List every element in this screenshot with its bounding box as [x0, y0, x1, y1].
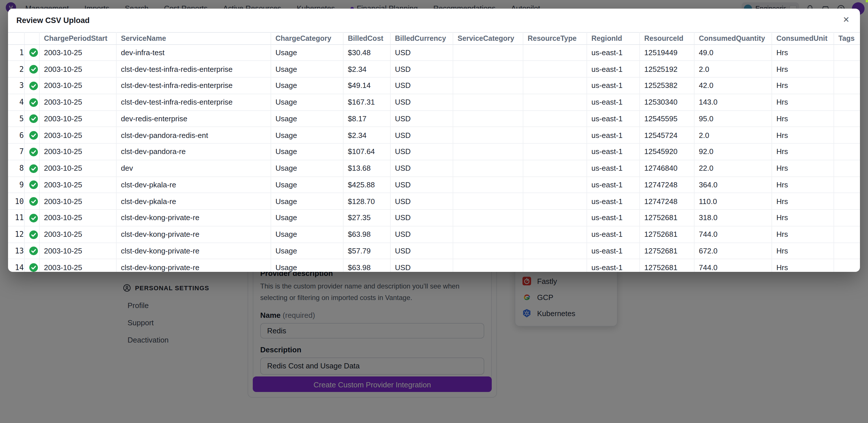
cell-service_category — [453, 127, 523, 144]
cell-date: 2003-10-25 — [39, 77, 116, 94]
cell-service: clst-dev-kong-private-re — [116, 243, 271, 259]
cell-region: us-east-1 — [587, 210, 639, 226]
cell-service_category — [453, 160, 523, 177]
cell-currency: USD — [390, 160, 453, 177]
cell-service: clst-dev-kong-private-re — [116, 259, 271, 272]
cell-quantity: 22.0 — [694, 160, 772, 177]
cell-resource_id: 12746840 — [639, 160, 694, 177]
cell-quantity: 110.0 — [694, 193, 772, 210]
cell-service_category — [453, 61, 523, 78]
row-status-cell — [24, 176, 39, 193]
cell-service_category — [453, 143, 523, 160]
cell-category: Usage — [271, 176, 343, 193]
cell-currency: USD — [390, 210, 453, 226]
valid-check-icon — [29, 65, 38, 73]
column-header — [8, 32, 24, 44]
cell-unit: Hrs — [772, 143, 834, 160]
cell-resource_type — [523, 44, 587, 61]
cell-currency: USD — [390, 94, 453, 111]
cell-category: Usage — [271, 77, 343, 94]
cell-date: 2003-10-25 — [39, 44, 116, 61]
cell-date: 2003-10-25 — [39, 61, 116, 78]
row-status-cell — [24, 94, 39, 111]
cell-resource_id: 12525192 — [639, 61, 694, 78]
cell-currency: USD — [390, 44, 453, 61]
row-number: 9 — [8, 176, 24, 193]
cell-category: Usage — [271, 110, 343, 127]
cell-service: clst-dev-pandora-redis-ent — [116, 127, 271, 144]
modal-header: Review CSV Upload ✕ — [8, 9, 860, 32]
cell-quantity: 318.0 — [694, 210, 772, 226]
cell-unit: Hrs — [772, 259, 834, 272]
column-header-chargecategory: ChargeCategory — [271, 32, 343, 44]
cell-cost: $2.34 — [343, 127, 390, 144]
valid-check-icon — [29, 98, 38, 107]
cell-resource_type — [523, 143, 587, 160]
table-row: 132003-10-25clst-dev-kong-private-reUsag… — [8, 243, 860, 259]
cell-service: clst-dev-pkala-re — [116, 193, 271, 210]
row-number: 8 — [8, 160, 24, 177]
cell-service: clst-dev-test-infra-redis-enterprise — [116, 94, 271, 111]
cell-quantity: 744.0 — [694, 259, 772, 272]
cell-currency: USD — [390, 77, 453, 94]
cell-region: us-east-1 — [587, 94, 639, 111]
cell-date: 2003-10-25 — [39, 243, 116, 259]
column-header-chargeperiodstart: ChargePeriodStart — [39, 32, 116, 44]
cell-cost: $2.34 — [343, 61, 390, 78]
cell-date: 2003-10-25 — [39, 226, 116, 243]
cell-resource_type — [523, 176, 587, 193]
valid-check-icon — [29, 230, 38, 239]
table-row: 142003-10-25clst-dev-kong-private-reUsag… — [8, 259, 860, 272]
cell-cost: $107.64 — [343, 143, 390, 160]
column-header-resourceid: ResourceId — [639, 32, 694, 44]
cell-category: Usage — [271, 94, 343, 111]
cell-tags — [834, 176, 860, 193]
cell-unit: Hrs — [772, 160, 834, 177]
cell-quantity: 49.0 — [694, 44, 772, 61]
cell-quantity: 672.0 — [694, 243, 772, 259]
cell-cost: $49.14 — [343, 77, 390, 94]
row-number: 3 — [8, 77, 24, 94]
cell-unit: Hrs — [772, 127, 834, 144]
cell-region: us-east-1 — [587, 77, 639, 94]
column-header-consumedunit: ConsumedUnit — [772, 32, 834, 44]
cell-unit: Hrs — [772, 176, 834, 193]
cell-currency: USD — [390, 110, 453, 127]
cell-tags — [834, 77, 860, 94]
cell-resource_type — [523, 210, 587, 226]
cell-resource_type — [523, 259, 587, 272]
csv-preview-table: ChargePeriodStartServiceNameChargeCatego… — [8, 32, 860, 272]
cell-cost: $128.70 — [343, 193, 390, 210]
cell-currency: USD — [390, 226, 453, 243]
cell-tags — [834, 110, 860, 127]
column-header-servicecategory: ServiceCategory — [453, 32, 523, 44]
table-row: 122003-10-25clst-dev-kong-private-reUsag… — [8, 226, 860, 243]
cell-tags — [834, 61, 860, 78]
cell-resource_type — [523, 243, 587, 259]
cell-unit: Hrs — [772, 94, 834, 111]
table-row: 32003-10-25clst-dev-test-infra-redis-ent… — [8, 77, 860, 94]
cell-service_category — [453, 110, 523, 127]
cell-tags — [834, 226, 860, 243]
row-number: 4 — [8, 94, 24, 111]
cell-service_category — [453, 44, 523, 61]
close-icon[interactable]: ✕ — [840, 14, 852, 25]
cell-tags — [834, 44, 860, 61]
table-row: 42003-10-25clst-dev-test-infra-redis-ent… — [8, 94, 860, 111]
cell-region: us-east-1 — [587, 226, 639, 243]
cell-category: Usage — [271, 226, 343, 243]
cell-unit: Hrs — [772, 44, 834, 61]
valid-check-icon — [29, 197, 38, 206]
cell-service: clst-dev-test-infra-redis-enterprise — [116, 77, 271, 94]
screen: V ManagementImportsSearchCost ReportsAct… — [0, 0, 868, 423]
cell-unit: Hrs — [772, 210, 834, 226]
row-number: 6 — [8, 127, 24, 144]
row-status-cell — [24, 127, 39, 144]
cell-tags — [834, 210, 860, 226]
cell-resource_type — [523, 127, 587, 144]
cell-cost: $63.98 — [343, 226, 390, 243]
cell-currency: USD — [390, 193, 453, 210]
cell-date: 2003-10-25 — [39, 143, 116, 160]
cell-resource_type — [523, 193, 587, 210]
row-status-cell — [24, 243, 39, 259]
